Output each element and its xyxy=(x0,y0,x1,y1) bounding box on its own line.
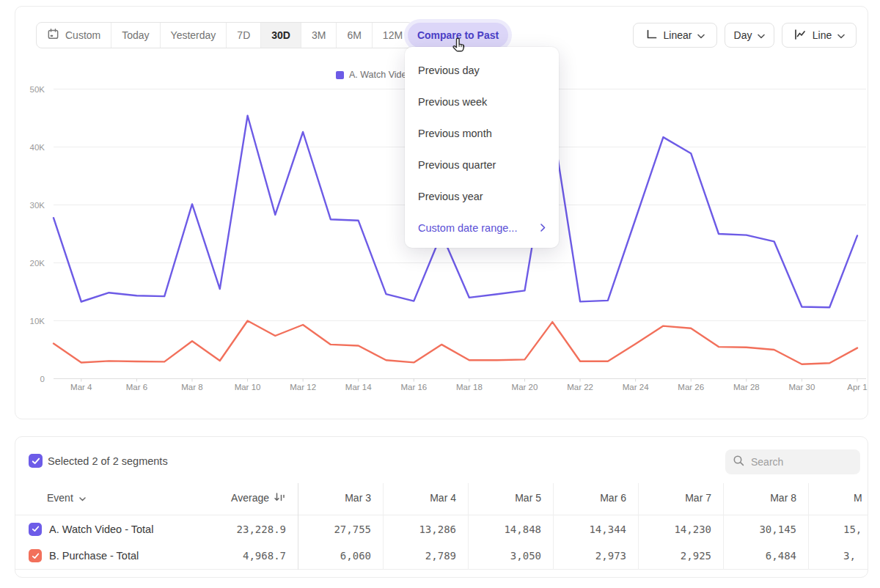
svg-text:Mar 6: Mar 6 xyxy=(126,383,147,392)
segment-name: A. Watch Video - Total xyxy=(49,523,153,535)
average-value: 4,968.7 xyxy=(243,550,286,562)
preset-3m[interactable]: 3M xyxy=(301,23,337,48)
value-cell: 14,848 xyxy=(468,523,553,535)
svg-text:40K: 40K xyxy=(30,143,45,152)
table-toolbar: Selected 2 of 2 segments xyxy=(15,437,868,481)
date-column-header-clipped: M xyxy=(808,492,868,504)
interval-select-label: Day xyxy=(734,29,752,41)
preset-label: 7D xyxy=(237,29,250,41)
value-cell: 13,286 xyxy=(383,523,468,535)
segments-table: EventAverageMar 3Mar 4Mar 5Mar 6Mar 7Mar… xyxy=(15,481,868,570)
menu-item-custom-date-range[interactable]: Custom date range... xyxy=(405,212,559,243)
date-column-header: Mar 8 xyxy=(723,492,808,504)
svg-text:Mar 10: Mar 10 xyxy=(235,383,261,392)
preset-label: Custom xyxy=(65,29,100,41)
svg-text:Mar 26: Mar 26 xyxy=(678,383,704,392)
preset-12m[interactable]: 12M xyxy=(373,23,413,48)
menu-item-previous-day[interactable]: Previous day xyxy=(405,54,559,86)
chart-type-select-button[interactable]: Line xyxy=(782,23,857,48)
svg-text:10K: 10K xyxy=(30,317,45,326)
value-cell-clipped: 15, xyxy=(808,523,868,535)
menu-item-previous-month[interactable]: Previous month xyxy=(405,117,559,149)
svg-text:Mar 24: Mar 24 xyxy=(623,383,649,392)
preset-label: Today xyxy=(122,29,149,41)
preset-label: 12M xyxy=(383,29,403,41)
calendar-icon xyxy=(47,28,59,43)
value-cell: 27,755 xyxy=(298,523,383,535)
date-column-header: Mar 7 xyxy=(638,492,723,504)
linear-scale-icon xyxy=(645,29,658,43)
average-column-header[interactable]: Average xyxy=(210,491,298,505)
preset-6m[interactable]: 6M xyxy=(337,23,372,48)
average-cell: 4,968.7 xyxy=(210,550,298,562)
value-cell: 14,344 xyxy=(553,523,638,535)
value-cell: 6,060 xyxy=(298,550,383,562)
svg-text:Mar 20: Mar 20 xyxy=(512,383,538,392)
segment-name-cell: A. Watch Video - Total xyxy=(15,523,210,536)
menu-item-previous-year[interactable]: Previous year xyxy=(405,180,559,212)
svg-text:20K: 20K xyxy=(30,259,45,268)
interval-select-button[interactable]: Day xyxy=(725,23,774,48)
chart-type-select-label: Line xyxy=(813,29,832,41)
date-column-header: Mar 6 xyxy=(553,492,638,504)
date-preset-control: CustomTodayYesterday7D30D3M6M12M xyxy=(36,22,414,48)
preset-7d[interactable]: 7D xyxy=(227,23,261,48)
average-header-label: Average xyxy=(231,492,269,504)
average-cell: 23,228.9 xyxy=(210,523,298,535)
chart-controls: Linear Day Line xyxy=(633,23,857,48)
average-value: 23,228.9 xyxy=(237,523,286,535)
value-cell: 2,789 xyxy=(383,550,468,562)
date-column-header: Mar 5 xyxy=(468,492,553,504)
preset-custom[interactable]: Custom xyxy=(37,23,111,48)
svg-text:50K: 50K xyxy=(30,85,45,94)
event-column-header[interactable]: Event xyxy=(15,492,210,504)
table-row: B. Purchase - Total4,968.76,0602,7893,05… xyxy=(15,543,868,570)
preset-label: 6M xyxy=(347,29,361,41)
value-cell: 30,145 xyxy=(723,523,808,535)
svg-text:Mar 16: Mar 16 xyxy=(400,383,427,392)
scale-select-button[interactable]: Linear xyxy=(633,23,717,48)
preset-label: 3M xyxy=(312,29,326,41)
preset-label: 30D xyxy=(271,29,290,41)
frozen-column-divider xyxy=(298,483,298,570)
sort-descending-icon xyxy=(274,491,286,505)
preset-label: Yesterday xyxy=(171,29,216,41)
table-row: A. Watch Video - Total23,228.927,75513,2… xyxy=(15,515,868,543)
preset-today[interactable]: Today xyxy=(111,23,160,48)
svg-text:Mar 18: Mar 18 xyxy=(456,383,483,392)
svg-text:0: 0 xyxy=(40,375,45,383)
svg-text:Mar 22: Mar 22 xyxy=(567,383,593,392)
preset-yesterday[interactable]: Yesterday xyxy=(161,23,227,48)
search-input[interactable] xyxy=(751,456,846,468)
svg-text:Mar 28: Mar 28 xyxy=(733,383,760,392)
legend-swatch xyxy=(336,71,344,79)
svg-text:Mar 30: Mar 30 xyxy=(789,383,815,392)
select-all-checkbox[interactable] xyxy=(29,454,43,468)
selected-count-label: Selected 2 of 2 segments xyxy=(48,455,168,467)
segment-checkbox[interactable] xyxy=(29,523,42,536)
date-column-header: Mar 4 xyxy=(383,492,468,504)
search-icon xyxy=(733,455,745,470)
segment-checkbox[interactable] xyxy=(29,549,42,562)
svg-text:Mar 4: Mar 4 xyxy=(70,383,92,392)
chevron-down-icon xyxy=(837,29,845,41)
value-cell: 3,050 xyxy=(468,550,553,562)
compare-to-past-button[interactable]: Compare to Past xyxy=(408,23,508,48)
value-cell: 2,925 xyxy=(638,550,723,562)
menu-item-previous-week[interactable]: Previous week xyxy=(405,86,559,117)
chevron-right-icon xyxy=(540,222,546,234)
segments-table-card: Selected 2 of 2 segments EventAverageMar… xyxy=(15,436,868,578)
menu-item-label: Custom date range... xyxy=(418,222,517,234)
analytics-page: 010K20K30K40K50KMar 4Mar 6Mar 8Mar 10Mar… xyxy=(0,0,880,588)
value-cell: 14,230 xyxy=(638,523,723,535)
menu-item-previous-quarter[interactable]: Previous quarter xyxy=(405,149,559,180)
svg-text:30K: 30K xyxy=(30,201,45,210)
search-box xyxy=(725,449,860,474)
segment-name: B. Purchase - Total xyxy=(49,550,139,562)
svg-text:Mar 14: Mar 14 xyxy=(345,383,372,392)
value-cell: 6,484 xyxy=(723,550,808,562)
value-cell-clipped: 3, xyxy=(808,550,868,562)
preset-30d[interactable]: 30D xyxy=(261,23,301,48)
segment-name-cell: B. Purchase - Total xyxy=(15,549,210,562)
chevron-down-icon xyxy=(79,492,86,504)
